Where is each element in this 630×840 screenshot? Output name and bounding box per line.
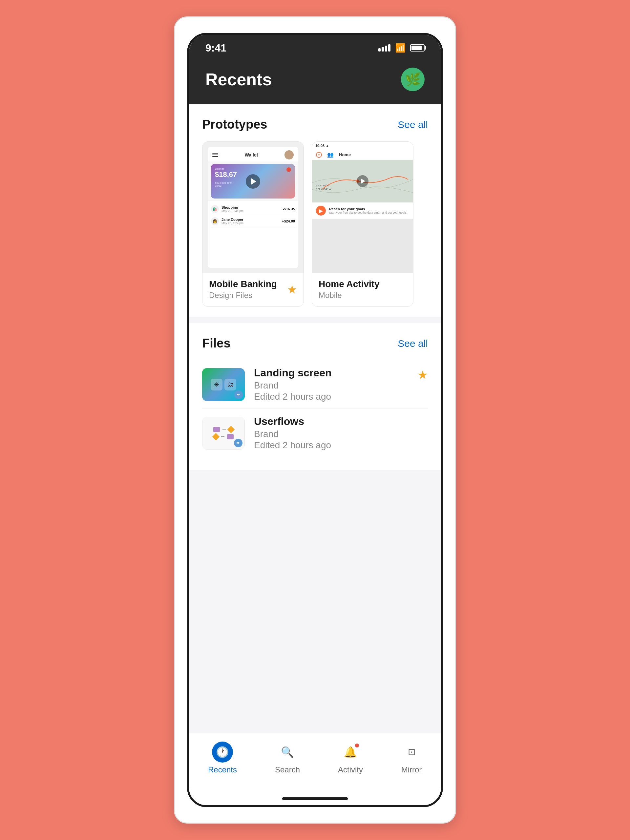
prototypes-header: Prototypes See all [202,117,428,131]
files-title: Files [202,336,231,351]
file-brand: Brand [254,429,428,439]
transaction-left: 👩 Jane Cooper May 20, 1:24 pm [211,217,243,225]
flow-row-1 [213,427,234,432]
nav-item-activity[interactable]: 🔔 Activity [338,742,363,774]
shopping-icon: 🛍️ [211,205,219,213]
mirror-label: Mirror [401,765,422,774]
recents-label: Recents [208,765,237,774]
file-edited: Edited 2 hours ago [254,440,428,450]
file-edited: Edited 2 hours ago [254,392,408,402]
userflows-thumb-bg: ✒ [202,417,245,450]
notification-dot [355,744,359,747]
ha-play-button[interactable] [357,175,368,187]
mirror-icon: ⊡ [408,747,415,757]
play-triangle-icon [251,178,256,185]
ha-plus-icon: + [316,152,322,158]
recents-icon: 🕐 [216,746,229,758]
list-item[interactable]: ✳ 🗂 ✒ Landing screen Brand Edited 2 hour… [202,360,428,409]
file-info: Userflows Brand Edited 2 hours ago [254,415,428,450]
user-avatar[interactable]: 🌿 [401,68,425,91]
prototypes-section: Prototypes See all [189,104,441,317]
files-see-all[interactable]: See all [398,338,428,349]
ha-play-triangle-icon [361,178,365,184]
ha-promo-subtitle: Start your free trial to get the data sm… [329,211,407,214]
star-icon[interactable]: ★ [287,283,297,296]
ha-promo-banner: ▶ Reach for your goals Start your free t… [312,202,413,219]
list-item[interactable]: ✒ Userflows Brand Edited 2 hours ago [202,409,428,457]
mb-user-avatar [284,150,294,159]
nav-item-search[interactable]: 🔍 Search [275,742,300,774]
ha-promo-icon: ▶ [316,206,326,216]
scroll-content[interactable]: Prototypes See all [189,104,441,733]
card-meta: Home Activity Mobile [319,279,407,300]
pen-tool-icon: ✒ [234,390,243,399]
transaction-name: Jane Cooper [221,218,243,221]
signal-icon [378,44,390,52]
transaction-date: May 20, 1:24 pm [221,221,243,225]
person-icon: 👩 [211,217,219,225]
transaction-left: 🛍️ Shopping May 20, 3:41 pm [211,205,243,213]
figma-icon: ✳ [211,379,223,390]
landing-screen-thumb: ✳ 🗂 ✒ [202,368,245,401]
app-header: Recents 🌿 [189,61,441,104]
table-row[interactable]: 👩 Jane Cooper May 20, 1:24 pm +$24.00 [211,215,295,227]
transaction-date: May 20, 3:41 pm [221,209,243,213]
prototypes-title: Prototypes [202,117,267,131]
home-activity-preview: 10:08 ▲ + 👥 Home [312,142,413,273]
wifi-icon: 📶 [395,43,406,53]
hamburger-icon [212,153,218,157]
home-indicator [189,792,441,805]
search-label: Search [275,765,300,774]
pen-tool-icon: ✒ [234,439,243,447]
prototypes-row: Wallet Balance $18,67 5894 698 5624 08/2… [202,141,428,307]
nav-item-mirror[interactable]: ⊡ Mirror [401,742,422,774]
prototypes-see-all[interactable]: See all [398,119,428,130]
status-time: 9:41 [205,42,226,54]
flow-diagram [213,427,234,439]
home-activity-footer: Home Activity Mobile [312,273,413,306]
flow-row-2 [213,434,234,439]
activity-label: Activity [338,765,363,774]
outer-frame: 9:41 📶 Recents 🌿 Prototy [174,16,456,824]
mb-wallet-title: Wallet [245,152,258,158]
wallet-card: Balance $18,67 5894 698 5624 08/22 [211,164,295,199]
phone-frame: 9:41 📶 Recents 🌿 Prototy [187,33,443,807]
ha-map: 37.7789° N122.4194° W [312,160,413,202]
file-name: Landing screen [254,367,408,379]
userflows-thumb: ✒ [202,417,245,450]
sheets-icon: 🗂 [224,379,236,390]
home-bar [282,797,348,800]
page-title: Recents [205,69,272,89]
ha-time: 10:08 [315,144,325,148]
card-title: Home Activity [319,279,380,289]
table-row[interactable]: 🛍️ Shopping May 20, 3:41 pm -$16.35 [211,203,295,215]
ha-coordinates: 37.7789° N122.4194° W [316,184,331,191]
card-title: Mobile Banking [209,279,277,289]
mobile-banking-footer: Mobile Banking Design Files ★ [202,273,303,306]
transaction-amount: -$16.35 [283,207,295,211]
play-button-overlay[interactable] [246,174,260,189]
mirror-icon-wrap: ⊡ [401,742,422,763]
card-meta: Mobile Banking Design Files ★ [209,279,297,300]
file-star-icon[interactable]: ★ [417,368,428,382]
transaction-list: 🛍️ Shopping May 20, 3:41 pm -$16.35 [208,201,298,268]
files-header: Files See all [202,336,428,351]
nav-item-recents[interactable]: 🕐 Recents [208,742,237,774]
ha-nav-label: Home [339,152,351,157]
mobile-banking-preview: Wallet Balance $18,67 5894 698 5624 08/2… [202,142,303,273]
home-activity-card[interactable]: 10:08 ▲ + 👥 Home [312,141,414,307]
leaf-icon: 🌿 [405,72,421,87]
file-brand: Brand [254,380,408,391]
ha-direction-icon: ▲ [326,144,329,147]
transaction-name: Shopping [221,205,243,209]
card-chip [286,167,291,172]
search-icon-wrap: 🔍 [277,742,298,763]
file-name: Userflows [254,415,428,428]
mobile-banking-card[interactable]: Wallet Balance $18,67 5894 698 5624 08/2… [202,141,304,307]
activity-icon-wrap: 🔔 [340,742,361,763]
ha-promo-title: Reach for your goals [329,207,407,211]
card-subtitle: Mobile [319,291,380,300]
activity-bell-icon: 🔔 [344,746,357,758]
mb-app-header: Wallet [208,147,298,161]
ha-status-bar: 10:08 ▲ [312,142,413,150]
